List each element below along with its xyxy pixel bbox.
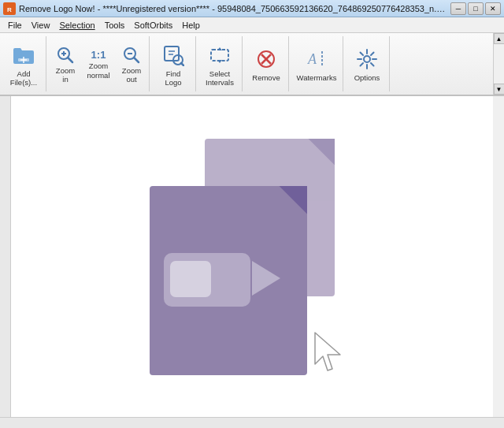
menu-tools[interactable]: Tools [100,19,130,32]
menu-bar: File View Selection Tools SoftOrbits Hel… [0,17,504,33]
svg-line-33 [361,63,364,66]
left-sidebar [0,96,11,417]
options-label: Options [354,73,380,82]
close-button[interactable]: ✕ [485,2,501,15]
watermarks-button[interactable]: A Watermarks [294,38,339,90]
svg-rect-17 [211,50,228,61]
options-button[interactable]: Options [348,38,386,90]
zoom-out-icon [122,46,141,65]
zoom-normal-icon: 1:1 [91,50,106,60]
zoom-in-label: Zoomin [56,66,75,84]
zoom-in-button[interactable]: Zoomin [51,38,80,90]
window-title: Remove Logo Now! - ****Unregistered vers… [19,4,450,13]
zoom-normal-button[interactable]: 1:1 Zoomnormal [81,38,116,90]
zoom-in-icon [56,46,75,65]
add-files-button[interactable]: AddFile(s)... [5,38,43,90]
menu-view[interactable]: View [27,19,55,32]
toolbar-scroll-down[interactable]: ▼ [494,84,505,95]
find-logo-button[interactable]: FindLogo [154,38,192,90]
menu-selection[interactable]: Selection [54,19,99,32]
menu-softorbits[interactable]: SoftOrbits [129,19,177,32]
toolbar: AddFile(s)... Zoomin 1:1 Zoomnormal [0,33,504,96]
select-intervals-button[interactable]: SelectIntervals [201,38,239,90]
app-icon: R [3,2,16,15]
folder-icon [11,43,36,68]
remove-icon [254,47,279,72]
video-illustration [142,131,362,383]
toolbar-group-files: AddFile(s)... [2,36,46,91]
window-controls: ─ □ ✕ [450,2,501,15]
svg-line-32 [371,53,374,56]
svg-rect-12 [165,47,179,61]
toolbar-scrollbar[interactable]: ▲ ▼ [493,33,504,95]
options-icon [354,47,380,72]
svg-line-8 [68,58,72,62]
select-intervals-label: SelectIntervals [206,69,234,87]
svg-text:R: R [7,6,12,13]
svg-marker-34 [315,333,340,370]
toolbar-scroll-up[interactable]: ▲ [494,33,505,44]
find-logo-icon [161,43,186,68]
main-area [11,96,493,417]
zoom-out-button[interactable]: Zoomout [117,38,146,90]
watermarks-label: Watermarks [297,73,337,82]
svg-line-11 [134,58,139,62]
doc-back-fold [308,139,335,166]
title-bar: R Remove Logo Now! - ****Unregistered ve… [0,0,504,17]
camera-body [164,253,250,307]
svg-text:A: A [307,51,317,67]
zoom-out-label: Zoomout [122,66,141,84]
toolbar-group-remove: Remove [244,36,289,91]
doc-front-fold [279,186,307,214]
svg-line-14 [181,63,183,65]
svg-line-31 [371,63,374,66]
svg-line-30 [361,53,364,56]
remove-button[interactable]: Remove [247,38,285,90]
toolbar-group-select: SelectIntervals [198,36,243,91]
doc-front [150,186,307,375]
toolbar-group-zoom: Zoomin 1:1 Zoomnormal Zoomout [48,36,150,91]
camera-lens [170,261,211,297]
menu-help[interactable]: Help [177,19,205,32]
watermarks-icon: A [304,47,329,72]
select-intervals-icon [207,43,232,68]
bottom-bar [0,417,504,428]
minimize-button[interactable]: ─ [450,2,466,15]
toolbar-group-find: FindLogo [151,36,196,91]
menu-file[interactable]: File [3,19,27,32]
cursor-arrow [312,331,346,375]
camera-triangle [252,261,280,296]
svg-point-25 [364,56,370,62]
zoom-normal-label: Zoomnormal [87,61,109,80]
toolbar-group-options: Options [345,36,390,91]
toolbar-group-watermarks: A Watermarks [291,36,343,91]
remove-label: Remove [252,73,280,82]
maximize-button[interactable]: □ [468,2,484,15]
find-logo-label: FindLogo [165,69,181,87]
add-files-label: AddFile(s)... [10,69,37,87]
